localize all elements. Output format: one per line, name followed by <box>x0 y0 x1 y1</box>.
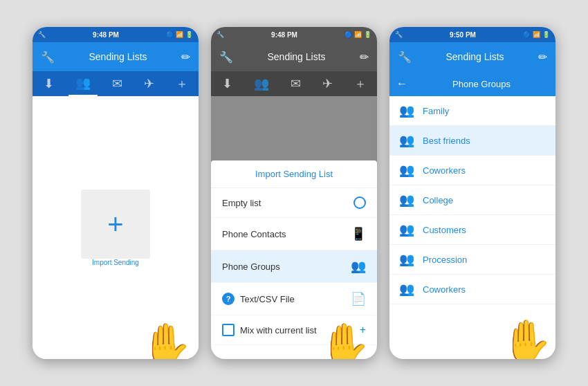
download-icon-2: ⬇ <box>215 72 239 95</box>
app-bar-3: 🔧 Sending Lists ✏ <box>389 42 555 71</box>
tab-row-1: ⬇ 👥 ✉ ✈ ＋ <box>33 71 199 96</box>
download-icon-1[interactable]: ⬇ <box>37 72 61 95</box>
app-bar-1: 🔧 Sending Lists ✏ <box>33 42 199 71</box>
group-icon-procession: 👥 <box>399 252 414 267</box>
group-icon-coworkers2: 👥 <box>399 282 414 297</box>
status-icons-right-1: 🔵 📶 🔋 <box>166 31 193 38</box>
groups-icon: 👥 <box>351 259 366 274</box>
import-label: Import Sending <box>92 259 139 266</box>
phone-3: 🔧 9:50 PM 🔵 📶 🔋 🔧 Sending Lists ✏ ← Phon… <box>389 27 555 359</box>
college-label: College <box>423 195 453 205</box>
content-1: + Import Sending 🤚 <box>33 96 199 359</box>
list-item-procession[interactable]: 👥 Procession <box>389 245 555 275</box>
plus-icon: + <box>107 210 123 238</box>
mail-tab-1[interactable]: ✉ <box>105 72 129 95</box>
mix-checkbox[interactable] <box>222 324 235 336</box>
plus-tab-2: ＋ <box>347 71 374 96</box>
group-tab-1[interactable]: 👥 <box>68 71 98 96</box>
status-bar-3: 🔧 9:50 PM 🔵 📶 🔋 <box>389 27 555 42</box>
back-icon[interactable]: ← <box>396 77 407 90</box>
groups-list: 👥 Family 👥 Best friends 👥 Coworkers 👥 Co… <box>389 96 555 359</box>
app-title-1: Sending Lists <box>55 51 181 62</box>
mix-label: Mix with current list <box>240 325 360 336</box>
phone-2: 🔧 9:48 PM 🔵 📶 🔋 🔧 Sending Lists ✏ ⬇ 👥 ✉ … <box>211 27 377 359</box>
modal-item-groups[interactable]: Phone Groups 👥 <box>211 250 377 283</box>
mail-tab-2: ✉ <box>284 72 308 95</box>
group-icon-bestfriends: 👥 <box>399 133 414 148</box>
empty-list-check <box>353 196 366 209</box>
modal-item-csv[interactable]: ? Text/CSV File 📄 <box>211 283 377 315</box>
wrench-icon-bar-1[interactable]: 🔧 <box>41 50 55 64</box>
content-2: Import Sending List Empty list Phone Con… <box>211 96 377 359</box>
list-item-customers[interactable]: 👥 Customers <box>389 215 555 245</box>
bluetooth-icon: 🔵 <box>166 31 174 38</box>
modal-overlay: Import Sending List Empty list Phone Con… <box>211 96 377 359</box>
family-label: Family <box>423 106 449 116</box>
battery-icon-3: 🔋 <box>542 31 550 38</box>
wrench-icon-bar-2: 🔧 <box>219 50 233 64</box>
status-time-3: 9:50 PM <box>450 31 476 39</box>
status-icons-left-3: 🔧 <box>395 31 403 38</box>
csv-label: Text/CSV File <box>240 294 351 304</box>
procession-label: Procession <box>423 255 467 265</box>
wrench-icon-2: 🔧 <box>217 31 224 38</box>
coworkers2-label: Coworkers <box>423 284 466 295</box>
phone-icon: 📱 <box>351 226 366 241</box>
plus-tab-1[interactable]: ＋ <box>169 71 195 96</box>
status-icons-left-2: 🔧 <box>217 31 224 38</box>
status-icons-left-1: 🔧 <box>38 31 46 38</box>
question-badge: ? <box>222 293 235 305</box>
empty-list-label: Empty list <box>222 198 353 208</box>
groups-label: Phone Groups <box>222 261 351 272</box>
app-bar-2: 🔧 Sending Lists ✏ <box>211 42 377 71</box>
status-icons-right-3: 🔵 📶 🔋 <box>523 31 550 38</box>
app-title-3: Sending Lists <box>412 51 538 62</box>
mix-icon: + <box>360 324 366 336</box>
app-title-2: Sending Lists <box>233 51 360 62</box>
group-icon-customers: 👥 <box>399 222 414 237</box>
list-header-title: Phone Groups <box>414 79 549 89</box>
edit-icon-1[interactable]: ✏ <box>181 50 190 64</box>
bestfriends-label: Best friends <box>423 136 470 146</box>
status-bar-2: 🔧 9:48 PM 🔵 📶 🔋 <box>211 27 377 42</box>
status-icons-right-2: 🔵 📶 🔋 <box>344 31 371 38</box>
status-time-1: 9:48 PM <box>93 31 119 39</box>
battery-icon: 🔋 <box>185 31 193 38</box>
edit-icon-2: ✏ <box>360 50 369 64</box>
wrench-icon-3: 🔧 <box>395 31 403 38</box>
group-tab-2: 👥 <box>247 72 276 95</box>
group-icon-family: 👥 <box>399 103 414 118</box>
group-icon-coworkers1: 👥 <box>399 163 414 178</box>
contacts-label: Phone Contacts <box>222 229 351 239</box>
list-item-bestfriends[interactable]: 👥 Best friends <box>389 126 555 156</box>
bluetooth-icon-3: 🔵 <box>523 31 531 38</box>
modal-item-empty[interactable]: Empty list <box>211 188 377 218</box>
file-icon: 📄 <box>351 291 366 306</box>
list-item-college[interactable]: 👥 College <box>389 185 555 215</box>
customers-label: Customers <box>423 225 466 235</box>
modal-item-contacts[interactable]: Phone Contacts 📱 <box>211 218 377 250</box>
modal-item-mix[interactable]: Mix with current list + <box>211 315 377 345</box>
list-header: ← Phone Groups <box>389 71 555 96</box>
signal-icon-2: 📶 <box>354 31 362 38</box>
coworkers1-label: Coworkers <box>423 165 466 176</box>
modal-sheet: Import Sending List Empty list Phone Con… <box>211 160 377 359</box>
battery-icon-2: 🔋 <box>364 31 371 38</box>
signal-icon: 📶 <box>176 31 183 38</box>
edit-icon-3[interactable]: ✏ <box>538 50 547 64</box>
send-tab-2: ✈ <box>315 72 340 95</box>
wrench-icon-bar-3[interactable]: 🔧 <box>398 50 412 64</box>
tab-row-2: ⬇ 👥 ✉ ✈ ＋ <box>211 71 377 96</box>
bluetooth-icon-2: 🔵 <box>344 31 352 38</box>
hand-cursor-1: 🤚 <box>140 324 192 359</box>
status-bar-1: 🔧 9:48 PM 🔵 📶 🔋 <box>33 27 199 42</box>
wrench-icon: 🔧 <box>38 31 46 38</box>
add-card[interactable]: + <box>81 190 150 259</box>
phone-1: 🔧 9:48 PM 🔵 📶 🔋 🔧 Sending Lists ✏ ⬇ 👥 ✉ … <box>33 27 199 359</box>
modal-title: Import Sending List <box>211 160 377 188</box>
send-tab-1[interactable]: ✈ <box>137 72 161 95</box>
list-item-coworkers2[interactable]: 👥 Coworkers <box>389 275 555 304</box>
list-item-coworkers1[interactable]: 👥 Coworkers <box>389 156 555 185</box>
status-time-2: 9:48 PM <box>271 31 297 39</box>
list-item-family[interactable]: 👥 Family <box>389 96 555 126</box>
